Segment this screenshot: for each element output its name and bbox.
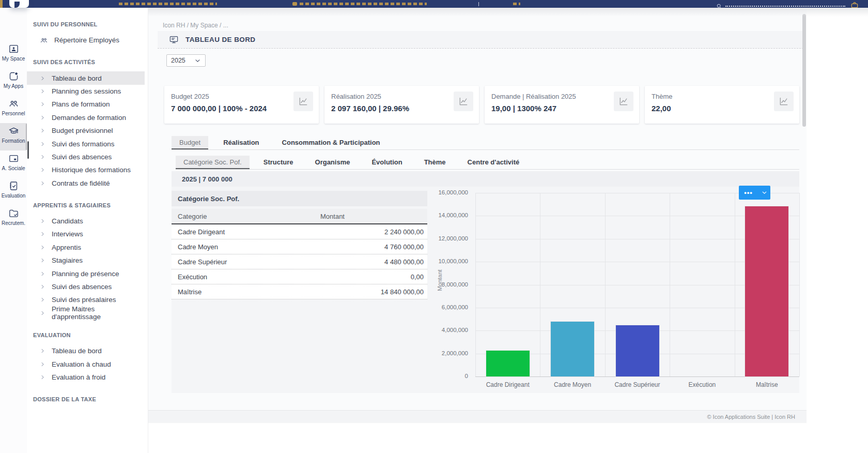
- table-row-execution: Exécution0,00: [172, 269, 427, 284]
- bar-cadre-superieur[interactable]: [616, 325, 659, 376]
- panel-header: 2025 | 7 000 000: [172, 171, 799, 187]
- navbar-text-fragment: [513, 3, 520, 5]
- chevron-right-icon: [40, 374, 45, 380]
- people-icon: [8, 98, 19, 109]
- table-cell-amount: 2 240 000,00: [314, 228, 427, 236]
- sidebar-item-repertoire-employes[interactable]: Répertoire Employés: [27, 34, 145, 47]
- card-chart-button[interactable]: [774, 92, 794, 111]
- subtab-centre-d-activite[interactable]: Centre d'activité: [460, 156, 528, 169]
- subtab-organisme[interactable]: Organisme: [307, 156, 358, 169]
- card-chart-button[interactable]: [293, 92, 313, 111]
- sidebar-item-suivi-des-formations[interactable]: Suivi des formations: [27, 137, 145, 150]
- topbar-search-input[interactable]: [725, 2, 845, 7]
- sidebar-item-label: Plans de formation: [52, 100, 110, 108]
- app-window: My SpaceMy AppsPersonnelFormationA. Soci…: [0, 0, 868, 453]
- sidebar: SUIVI DU PERSONNELRépertoire EmployésSUI…: [27, 8, 148, 453]
- table-cell-category: Cadre Moyen: [172, 243, 314, 251]
- sidebar-item-suivi-des-absences[interactable]: Suivi des absences: [27, 150, 145, 163]
- rail-item-label: A. Sociale: [2, 165, 25, 171]
- breadcrumb[interactable]: Icon RH / My Space / ...: [163, 22, 228, 29]
- year-select-value: 2025: [171, 57, 185, 64]
- sidebar-item-tableau-de-bord[interactable]: Tableau de bord: [27, 344, 145, 357]
- sidebar-item-tableau-de-bord[interactable]: Tableau de bord: [27, 71, 145, 84]
- sidebar-item-contrats-de-fidelite[interactable]: Contrats de fidélité: [27, 177, 145, 190]
- table-row-cadre-moyen: Cadre Moyen4 760 000,00: [172, 239, 427, 254]
- footer-copyright: © Icon Applications Suite | Icon RH: [707, 414, 795, 420]
- logo-notch: [14, 2, 20, 8]
- sidebar-item-planning-des-sessions[interactable]: Planning des sessions: [27, 85, 145, 98]
- rail-item-label: Evaluation: [2, 193, 26, 199]
- tabs-underline: [172, 149, 799, 150]
- bar-cadre-dirigeant[interactable]: [486, 351, 530, 376]
- sidebar-item-evaluation-a-chaud[interactable]: Evaluation à chaud: [27, 357, 145, 370]
- gridline-vertical: [540, 193, 540, 376]
- card-chart-button[interactable]: [454, 92, 473, 111]
- year-select[interactable]: 2025: [166, 54, 206, 67]
- sidebar-item-planning-de-presence[interactable]: Planning de présence: [27, 267, 145, 280]
- subtab-structure[interactable]: Structure: [256, 156, 301, 169]
- graduation-icon: [8, 126, 19, 137]
- chevron-right-icon: [40, 310, 45, 316]
- app-logo[interactable]: [9, 0, 29, 8]
- subtab-categorie-soc-pof[interactable]: Catégorie Soc. Pof.: [176, 156, 250, 169]
- card-chart-button[interactable]: [614, 92, 633, 111]
- sidebar-item-interviews[interactable]: Interviews: [27, 228, 145, 240]
- category-table-body: Cadre Dirigeant2 240 000,00Cadre Moyen4 …: [172, 224, 427, 299]
- rail-item-recrutem[interactable]: Recrutem.: [0, 205, 27, 233]
- dashboard-screen-icon: [169, 35, 179, 44]
- gridline-vertical: [605, 193, 606, 376]
- y-tick-label: 16,000,000: [438, 189, 468, 195]
- rail-item-evaluation[interactable]: Evaluation: [0, 178, 27, 205]
- chevron-right-icon: [40, 101, 45, 107]
- chevron-right-icon: [40, 297, 45, 303]
- sidebar-item-evaluation-a-froid[interactable]: Evaluation à froid: [27, 371, 145, 384]
- sidebar-item-plans-de-formation[interactable]: Plans de formation: [27, 98, 145, 111]
- rail-item-my-apps[interactable]: My Apps: [0, 68, 27, 96]
- briefcase-icon[interactable]: [850, 1, 859, 8]
- subtab-evolution[interactable]: Évolution: [364, 156, 410, 169]
- bar-cadre-moyen[interactable]: [551, 322, 594, 376]
- sidebar-item-stagiaires[interactable]: Stagiaires: [27, 254, 145, 267]
- rail-item-a-sociale[interactable]: A. Sociale: [0, 150, 27, 178]
- navbar-dot-icon: [292, 2, 297, 6]
- kpi-cards-row: Budget 20257 000 000,00 | 100% - 2024Réa…: [164, 86, 799, 124]
- rail-item-my-space[interactable]: My Space: [0, 41, 27, 68]
- rail-item-personnel[interactable]: Personnel: [0, 96, 27, 123]
- table-cell-amount: 4 760 000,00: [314, 243, 427, 251]
- menu-chevron-button[interactable]: [758, 189, 770, 196]
- tab-consommation-participation[interactable]: Consommation & Participation: [274, 136, 388, 149]
- bar-maitrise[interactable]: [745, 206, 788, 376]
- y-tick-label: 0: [465, 373, 468, 379]
- sidebar-item-candidats[interactable]: Candidats: [27, 215, 145, 228]
- sidebar-item-suivi-des-absences[interactable]: Suivi des absences: [27, 280, 145, 293]
- rail-item-formation[interactable]: Formation: [0, 123, 27, 150]
- sidebar-item-suivi-des-presalaires[interactable]: Suivi des présalaires: [27, 293, 145, 306]
- sidebar-section-suivi-du-personnel: SUIVI DU PERSONNELRépertoire Employés: [27, 21, 148, 47]
- chevron-down-icon: [194, 57, 201, 64]
- sidebar-item-demandes-de-formation[interactable]: Demandes de formation: [27, 111, 145, 124]
- subtab-theme[interactable]: Thème: [416, 156, 454, 169]
- sidebar-item-label: Demandes de formation: [52, 114, 126, 122]
- sidebar-item-label: Suivi des formations: [52, 140, 115, 148]
- gridline-vertical: [670, 193, 670, 376]
- more-options-button[interactable]: •••: [739, 188, 758, 198]
- x-category-label: Maîtrise: [735, 381, 799, 388]
- sidebar-item-budget-previsionnel[interactable]: Budget prévisionnel: [27, 124, 145, 137]
- chevron-right-icon: [40, 154, 45, 160]
- checklist-icon: [8, 180, 19, 191]
- tab-budget[interactable]: Budget: [172, 136, 208, 149]
- search-icon[interactable]: [716, 2, 722, 8]
- sidebar-item-prime-maitres-d-apprentissage[interactable]: Prime Maitres d'apprentissage: [27, 307, 145, 320]
- x-category-label: Cadre Supérieur: [605, 381, 670, 388]
- sidebar-item-historique-des-formations[interactable]: Historique des formations: [27, 163, 145, 176]
- sidebar-section-dossier-de-la-taxe: DOSSIER DE LA TAXE: [27, 396, 148, 402]
- y-tick-label: 12,000,000: [438, 235, 468, 241]
- table-cell-category: Cadre Dirigeant: [172, 228, 314, 236]
- vertical-scrollbar[interactable]: [802, 14, 806, 127]
- sidebar-item-apprentis[interactable]: Apprentis: [27, 241, 145, 254]
- tab-realisation[interactable]: Réalisation: [215, 136, 267, 149]
- table-header-row: Categorie Montant: [172, 209, 427, 224]
- rail-item-label: Personnel: [2, 111, 25, 116]
- sidebar-section-evaluation: EVALUATIONTableau de bordEvaluation à ch…: [27, 332, 148, 384]
- y-tick-label: 2,000,000: [442, 350, 468, 356]
